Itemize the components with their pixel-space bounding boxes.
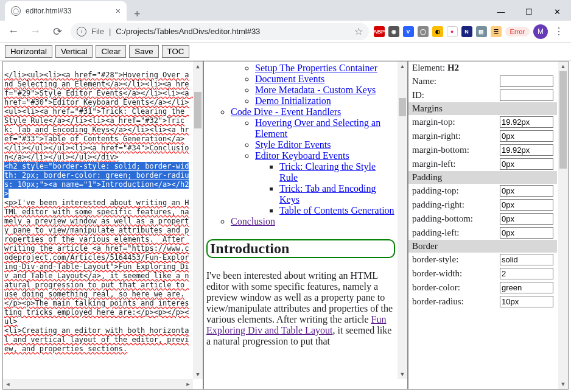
toc-link[interactable]: Style Editor Events — [255, 139, 331, 150]
toc-link[interactable]: Trick: Tab and Encoding Keys — [279, 183, 376, 205]
scroll-thumb[interactable] — [194, 92, 201, 128]
toc-link[interactable]: Setup The Properties Container — [255, 63, 377, 73]
save-button[interactable]: Save — [129, 45, 158, 58]
padding-header: Padding — [408, 171, 557, 184]
new-tab-button[interactable]: + — [127, 8, 148, 21]
extension-icons: ABP ◉ V ◯ ◐ ● N ▤ ☰ Error M ⋮ — [374, 24, 566, 39]
clear-button[interactable]: Clear — [96, 45, 126, 58]
border-color-input[interactable] — [500, 282, 553, 293]
maximize-button[interactable]: ☐ — [515, 2, 543, 21]
toc-link[interactable]: More Metadata - Custom Keys — [255, 85, 376, 95]
properties-panel: Element: H2 Name: ID: Margins margin-top… — [408, 61, 569, 390]
intro-paragraph: I've been interested about writing an HT… — [206, 270, 395, 347]
scroll-left-icon[interactable]: ◀ — [3, 379, 13, 389]
close-icon[interactable]: × — [116, 6, 121, 16]
margin-left-input[interactable] — [500, 158, 553, 170]
address-bar-row: ← → ⟳ i File | C:/projects/TablesAndDivs… — [0, 21, 571, 43]
padding-top-input[interactable] — [500, 185, 553, 197]
toc-link-conclusion[interactable]: Conclusion — [231, 216, 275, 226]
scroll-up-icon[interactable]: ▲ — [558, 61, 568, 71]
margin-right-input[interactable] — [500, 130, 553, 142]
border-width-input[interactable] — [500, 268, 553, 279]
padding-right-input[interactable] — [500, 199, 553, 211]
scroll-thumb[interactable] — [559, 71, 567, 169]
omnibox[interactable]: i File | C:/projects/TablesAndDivs/edito… — [71, 23, 369, 40]
code-text: </li><ul><li><a href="#28">Hovering Over… — [4, 71, 194, 161]
ext-icon-6[interactable]: ▤ — [476, 26, 487, 37]
id-label: ID: — [412, 90, 497, 100]
code-selection: <h2 style="border-style: solid; border-w… — [4, 162, 189, 198]
scroll-down-icon[interactable]: ▼ — [398, 369, 407, 379]
border-style-input[interactable] — [500, 254, 553, 265]
close-window-button[interactable]: ✕ — [543, 2, 571, 21]
code-editor-panel[interactable]: </li><ul><li><a href="#28">Hovering Over… — [2, 61, 203, 390]
margin-bottom-input[interactable] — [500, 144, 553, 156]
url-path: C:/projects/TablesAndDivs/editor.html#33 — [116, 27, 260, 36]
ext-icon-5[interactable]: N — [461, 26, 472, 37]
ext-icon-7[interactable]: ☰ — [491, 26, 502, 37]
horizontal-scrollbar[interactable]: ◀ ▶ — [3, 379, 193, 389]
toc-link[interactable]: Document Events — [255, 74, 324, 84]
editor-toolbar: Horizontal Vertical Clear Save TOC — [0, 43, 571, 61]
toc-link[interactable]: Table of Contents Generation — [279, 205, 394, 215]
border-radius-input[interactable] — [500, 296, 553, 307]
id-input[interactable] — [500, 89, 553, 101]
toc-link[interactable]: Editor Keyboard Events — [255, 150, 349, 161]
toc-button[interactable]: TOC — [162, 45, 190, 58]
ublock-icon[interactable]: ◉ — [388, 26, 399, 37]
window-controls: — ☐ ✕ — [487, 2, 571, 21]
vertical-scrollbar[interactable]: ▲ ▼ — [558, 61, 568, 389]
reload-button[interactable]: ⟳ — [49, 23, 66, 40]
bookmark-star-icon[interactable]: ☆ — [354, 26, 363, 37]
horizontal-button[interactable]: Horizontal — [5, 45, 52, 58]
url-scheme: File — [91, 27, 104, 36]
tab-title: editor.html#33 — [26, 7, 111, 15]
margin-top-input[interactable] — [500, 116, 553, 128]
globe-icon: ◯ — [11, 6, 21, 16]
vertical-scrollbar[interactable]: ▲ ▼ — [398, 61, 407, 379]
toc-link[interactable]: Demo Initialization — [255, 96, 331, 106]
padding-bottom-input[interactable] — [500, 213, 553, 225]
scroll-thumb[interactable] — [399, 98, 406, 116]
scroll-up-icon[interactable]: ▲ — [398, 61, 407, 71]
name-input[interactable] — [500, 75, 553, 87]
error-badge[interactable]: Error — [505, 27, 530, 37]
scroll-right-icon[interactable]: ▶ — [183, 379, 193, 389]
border-header: Border — [408, 240, 557, 253]
intro-heading[interactable]: Introduction — [206, 239, 395, 258]
vertical-scrollbar[interactable]: ▲ ▼ — [193, 61, 203, 379]
scroll-down-icon[interactable]: ▼ — [193, 369, 203, 379]
ext-icon-1[interactable]: V — [403, 26, 414, 37]
browser-menu-icon[interactable]: ⋮ — [552, 26, 566, 37]
info-icon[interactable]: i — [77, 27, 86, 37]
abp-icon[interactable]: ABP — [374, 26, 385, 37]
ext-icon-4[interactable]: ● — [447, 26, 458, 37]
browser-titlebar: ◯ editor.html#33 × + — ☐ ✕ — [0, 0, 571, 21]
vertical-button[interactable]: Vertical — [55, 45, 93, 58]
preview-panel[interactable]: Setup The Properties Container Document … — [203, 61, 408, 390]
code-text: <p>I've been interested about writing an… — [4, 198, 189, 353]
ext-icon-3[interactable]: ◐ — [432, 26, 443, 37]
name-label: Name: — [412, 76, 497, 86]
back-button[interactable]: ← — [5, 23, 22, 40]
toc-link[interactable]: Hovering Over and Selecting an Element — [255, 117, 380, 139]
browser-tab[interactable]: ◯ editor.html#33 × — [5, 1, 127, 21]
forward-button[interactable]: → — [27, 23, 44, 40]
ext-icon-2[interactable]: ◯ — [418, 26, 429, 37]
scroll-down-icon[interactable]: ▼ — [558, 379, 568, 389]
padding-left-input[interactable] — [500, 227, 553, 239]
scroll-up-icon[interactable]: ▲ — [193, 61, 203, 71]
element-header: Element: H2 — [408, 61, 557, 74]
toc-link[interactable]: Code Dive - Event Handlers — [231, 107, 341, 117]
minimize-button[interactable]: — — [487, 2, 515, 21]
toc-link[interactable]: Trick: Clearing the Style Rule — [279, 161, 376, 183]
profile-avatar[interactable]: M — [533, 24, 548, 39]
margins-header: Margins — [408, 102, 557, 115]
